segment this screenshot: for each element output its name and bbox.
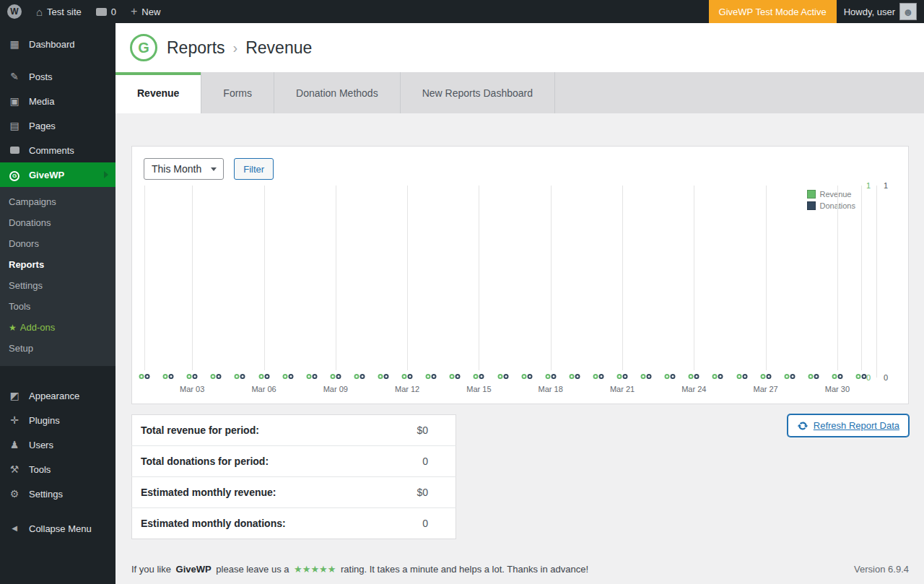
chart-point[interactable] — [832, 374, 842, 379]
sidebar-item-label: Comments — [29, 145, 74, 156]
chart-point[interactable] — [497, 374, 508, 379]
chart-point[interactable] — [569, 374, 580, 379]
comments-icon — [96, 8, 107, 16]
chart-gridline — [766, 186, 767, 370]
tab-forms[interactable]: Forms — [201, 72, 274, 113]
x-axis-tick-label: Mar 21 — [610, 385, 635, 393]
x-axis-tick-label: Mar 09 — [323, 385, 348, 393]
sidebar-item-settings[interactable]: ⚙Settings — [0, 481, 116, 506]
chart-point[interactable] — [474, 374, 484, 379]
howdy-text: Howdy, user — [844, 6, 895, 17]
account-menu[interactable]: Howdy, user ☻ — [837, 0, 924, 23]
chart-point[interactable] — [258, 374, 269, 379]
chart-point[interactable] — [354, 374, 365, 379]
chart-point[interactable] — [689, 374, 699, 379]
chart-legend: RevenueDonations — [807, 190, 855, 213]
chart-point[interactable] — [808, 374, 819, 379]
chart-point[interactable] — [426, 374, 437, 379]
sidebar-subitem-campaigns[interactable]: Campaigns — [0, 191, 116, 212]
refresh-report-data-button[interactable]: Refresh Report Data — [788, 414, 909, 437]
legend-item-revenue[interactable]: Revenue — [807, 190, 855, 199]
page-footer: If you like GiveWP please leave us a ★★★… — [131, 564, 909, 575]
sidebar-subitem-reports[interactable]: Reports — [0, 254, 116, 275]
sidebar-item-pages[interactable]: ▤Pages — [0, 113, 116, 138]
test-mode-badge[interactable]: GiveWP Test Mode Active — [709, 0, 837, 23]
comments-count: 0 — [111, 6, 116, 17]
sidebar-item-comments[interactable]: Comments — [0, 138, 116, 162]
legend-item-donations[interactable]: Donations — [807, 201, 855, 210]
sidebar-item-label: Pages — [29, 121, 56, 131]
tab-new-reports-dashboard[interactable]: New Reports Dashboard — [401, 72, 555, 113]
chart-point[interactable] — [593, 374, 603, 379]
donations-point-icon — [837, 374, 842, 379]
chart-point[interactable] — [306, 374, 317, 379]
revenue-point-icon — [402, 374, 407, 379]
site-name-link[interactable]: ⌂ Test site — [29, 0, 89, 23]
chart-point[interactable] — [712, 374, 723, 379]
new-content-link[interactable]: + New — [123, 0, 167, 23]
y-axis-tick-label: 1 — [880, 181, 892, 190]
sidebar-subitem-add-ons[interactable]: ★Add-ons — [0, 317, 116, 338]
tab-revenue[interactable]: Revenue — [116, 72, 201, 113]
sidebar-item-posts[interactable]: ✎Posts — [0, 64, 116, 89]
filter-button[interactable]: Filter — [234, 158, 274, 180]
five-stars-link[interactable]: ★★★★★ — [294, 564, 336, 575]
sidebar-item-plugins[interactable]: ✛Plugins — [0, 408, 116, 432]
sidebar-item-label: Users — [29, 440, 53, 450]
chart-point[interactable] — [378, 374, 389, 379]
chart-point[interactable] — [187, 374, 198, 379]
sidebar-menu-top: ▦Dashboard✎Posts▣Media▤PagesComments — [0, 32, 116, 162]
sidebar-menu-bottom: ◩Appearance✛Plugins♟Users⚒Tools⚙Settings — [0, 383, 116, 506]
chart-point[interactable] — [330, 374, 341, 379]
chart-point[interactable] — [617, 374, 628, 379]
y-axis-tick-label: 1 — [863, 181, 874, 190]
sidebar-item-givewp[interactable]: G GiveWP — [0, 162, 116, 187]
chart-point[interactable] — [402, 374, 413, 379]
revenue-point-icon — [497, 374, 502, 379]
posts-icon: ✎ — [7, 71, 22, 82]
chart-gridline — [479, 186, 479, 370]
chart-point[interactable] — [784, 374, 795, 379]
revenue-point-icon — [450, 374, 455, 379]
wordpress-menu[interactable]: W — [0, 0, 29, 23]
breadcrumb: Reports › Revenue — [167, 38, 312, 58]
breadcrumb-parent[interactable]: Reports — [167, 38, 225, 58]
chart-point[interactable] — [521, 374, 532, 379]
sidebar-subitem-settings[interactable]: Settings — [0, 275, 116, 296]
menu-gap — [0, 366, 116, 383]
chart-point[interactable] — [211, 374, 222, 379]
period-select[interactable]: This Month — [144, 158, 224, 180]
comments-link[interactable]: 0 — [89, 0, 123, 23]
sidebar-subitem-setup[interactable]: Setup — [0, 338, 116, 359]
chart-point[interactable] — [641, 374, 652, 379]
revenue-chart: RevenueDonations Mar 03Mar 06Mar 09Mar 1… — [144, 186, 897, 399]
revenue-point-icon — [545, 374, 550, 379]
chart-point[interactable] — [665, 374, 676, 379]
sidebar-item-tools[interactable]: ⚒Tools — [0, 457, 116, 481]
revenue-point-icon — [235, 374, 240, 379]
givewp-submenu: CampaignsDonationsDonorsReportsSettingsT… — [0, 187, 116, 366]
sidebar-subitem-donations[interactable]: Donations — [0, 212, 116, 233]
chart-gridline — [264, 186, 265, 370]
donations-point-icon — [718, 374, 723, 379]
chart-point[interactable] — [235, 374, 245, 379]
revenue-point-icon — [736, 374, 741, 379]
summary-label: Total donations for period: — [132, 446, 383, 477]
sidebar-item-appearance[interactable]: ◩Appearance — [0, 383, 116, 408]
chart-point[interactable] — [282, 374, 293, 379]
sidebar-item-users[interactable]: ♟Users — [0, 432, 116, 457]
sidebar-subitem-donors[interactable]: Donors — [0, 233, 116, 254]
chart-point[interactable] — [736, 374, 747, 379]
breadcrumb-separator: › — [233, 40, 238, 56]
sidebar-item-dashboard[interactable]: ▦Dashboard — [0, 32, 116, 56]
tab-donation-methods[interactable]: Donation Methods — [274, 72, 401, 113]
chart-point[interactable] — [760, 374, 771, 379]
summary-row: Total revenue for period:$0 — [132, 415, 456, 446]
collapse-menu-button[interactable]: ◀ Collapse Menu — [0, 516, 116, 541]
chart-point[interactable] — [139, 374, 150, 379]
chart-point[interactable] — [450, 374, 461, 379]
sidebar-item-media[interactable]: ▣Media — [0, 89, 116, 113]
chart-point[interactable] — [163, 374, 174, 379]
chart-point[interactable] — [545, 374, 556, 379]
sidebar-subitem-tools[interactable]: Tools — [0, 296, 116, 317]
